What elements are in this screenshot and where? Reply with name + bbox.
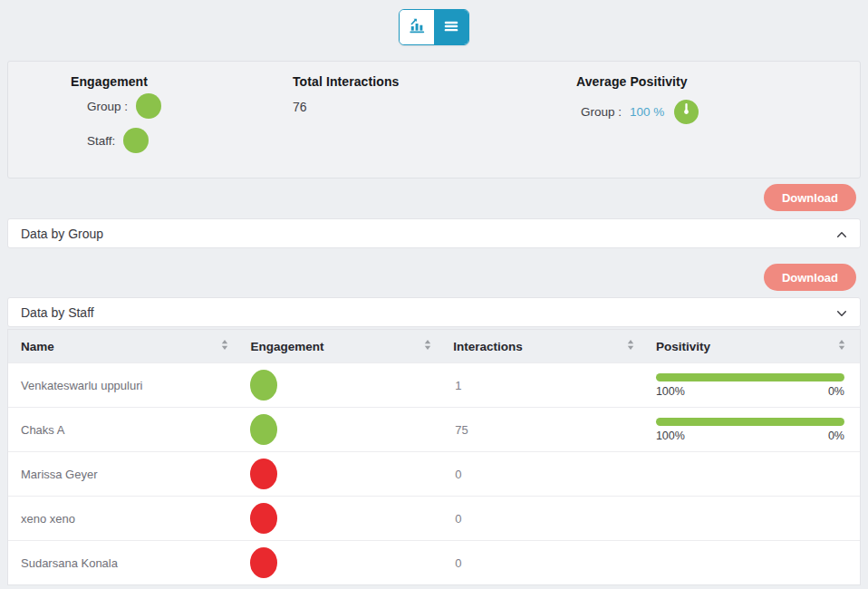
table-row: Marissa Geyer 0 — [8, 451, 860, 496]
positivity-left-label: 100% — [656, 430, 685, 442]
download-staff-button[interactable]: Download — [764, 264, 856, 291]
total-interactions-summary: Total Interactions 76 — [293, 74, 399, 114]
chart-view-button[interactable] — [400, 10, 434, 44]
positivity-cell — [649, 452, 860, 496]
staff-engagement-indicator — [123, 128, 149, 153]
positivity-left-label: 100% — [656, 385, 685, 398]
positivity-bar — [656, 373, 844, 381]
view-toggle-toolbar — [0, 0, 868, 45]
group-download-row: Download — [0, 184, 868, 211]
staff-name: Sudarsana Konala — [8, 541, 243, 584]
table-row: Venkateswarlu uppuluri 1 100% 0% — [8, 362, 860, 407]
view-toggle-group — [399, 9, 469, 45]
data-by-group-panel[interactable]: Data by Group — [7, 218, 861, 248]
data-by-staff-panel[interactable]: Data by Staff — [7, 297, 861, 327]
column-label: Positivity — [656, 340, 710, 353]
list-view-button[interactable] — [434, 10, 468, 44]
engagement-indicator — [250, 370, 277, 401]
sort-icon — [424, 339, 431, 353]
staff-name: Venkateswarlu uppuluri — [8, 363, 243, 407]
positivity-right-label: 0% — [828, 430, 844, 442]
column-label: Interactions — [453, 340, 523, 353]
positivity-cell: 100% 0% — [649, 408, 860, 451]
average-positivity-title: Average Positivity — [576, 74, 699, 89]
chevron-up-icon — [836, 226, 847, 242]
positivity-cell — [649, 541, 860, 584]
staff-name: Marissa Geyer — [8, 452, 243, 496]
bar-chart-icon — [407, 15, 428, 39]
data-by-group-title: Data by Group — [21, 227, 103, 241]
engagement-indicator — [250, 414, 277, 445]
column-header-interactions[interactable]: Interactions — [446, 330, 649, 362]
group-positivity-value: 100 % — [630, 105, 664, 119]
interactions-value: 0 — [446, 497, 649, 540]
staff-table-header: Name Engagement Interactions Positivity — [8, 330, 860, 362]
average-positivity-summary: Average Positivity Group : 100 % — [576, 74, 699, 129]
table-row: Chaks A 75 100% 0% — [8, 407, 860, 451]
chevron-down-icon — [836, 304, 847, 321]
positivity-right-label: 0% — [828, 385, 844, 398]
positivity-cell — [649, 497, 860, 540]
total-interactions-title: Total Interactions — [293, 74, 399, 89]
engagement-indicator — [250, 503, 277, 534]
download-group-button[interactable]: Download — [764, 184, 856, 211]
column-header-name[interactable]: Name — [8, 330, 243, 362]
group-positivity-label: Group : — [581, 105, 622, 119]
group-engagement-indicator — [136, 93, 161, 119]
column-header-engagement[interactable]: Engagement — [243, 330, 446, 362]
staff-label: Staff: — [87, 134, 115, 148]
staff-name: xeno xeno — [8, 497, 243, 540]
column-label: Name — [21, 340, 54, 353]
list-icon — [442, 17, 460, 38]
sort-icon — [221, 339, 228, 353]
engagement-indicator — [250, 459, 277, 489]
positivity-bar — [656, 418, 844, 426]
table-row: Sudarsana Konala 0 — [8, 540, 860, 584]
sort-icon — [627, 339, 634, 353]
staff-table: Name Engagement Interactions Positivity … — [7, 329, 861, 585]
staff-name: Chaks A — [8, 408, 243, 451]
gauge-icon — [674, 100, 699, 124]
group-label: Group : — [87, 100, 128, 113]
interactions-value: 1 — [446, 363, 649, 407]
total-interactions-value: 76 — [293, 100, 399, 114]
sort-icon — [838, 339, 845, 353]
engagement-title: Engagement — [71, 74, 161, 89]
interactions-value: 0 — [446, 452, 649, 496]
staff-engagement-row: Staff: — [87, 123, 161, 158]
analytics-dashboard: Engagement Group : Staff: Total Interact… — [0, 0, 868, 589]
positivity-cell: 100% 0% — [649, 363, 860, 407]
column-label: Engagement — [250, 340, 323, 353]
group-positivity-row: Group : 100 % — [581, 94, 699, 129]
group-engagement-row: Group : — [87, 89, 161, 123]
column-header-positivity[interactable]: Positivity — [649, 330, 860, 362]
table-row: xeno xeno 0 — [8, 496, 860, 540]
interactions-value: 75 — [446, 408, 649, 451]
summary-panel: Engagement Group : Staff: Total Interact… — [7, 61, 861, 179]
data-by-staff-title: Data by Staff — [21, 305, 94, 320]
staff-download-row: Download — [0, 264, 868, 291]
interactions-value: 0 — [446, 541, 649, 584]
engagement-indicator — [250, 547, 277, 578]
engagement-summary: Engagement Group : Staff: — [71, 74, 161, 158]
